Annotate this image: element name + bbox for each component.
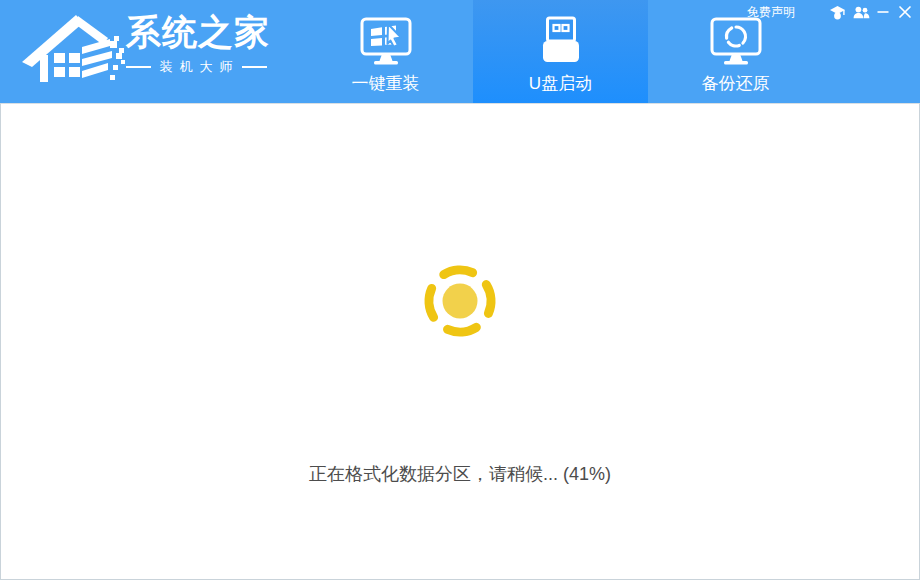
header-bar: 系统之家 装机大师 (0, 0, 920, 103)
brand-subtitle-label: 装机大师 (160, 58, 240, 76)
brand-block: 系统之家 装机大师 (126, 13, 266, 76)
main-content: 正在格式化数据分区，请稍候... (41%) (0, 103, 920, 580)
subtitle-left-dash (126, 66, 151, 68)
loading-spinner-icon (418, 259, 502, 343)
usb-flash-drive-icon (535, 13, 587, 70)
graduation-cap-icon[interactable] (829, 5, 846, 20)
tab-usb-boot-label: U盘启动 (529, 72, 592, 95)
subtitle-right-dash (242, 66, 267, 68)
window-controls: 免费声明 (747, 0, 920, 24)
pixel-house-icon (20, 3, 128, 87)
free-disclaimer-link[interactable]: 免费声明 (747, 4, 795, 21)
close-icon[interactable] (898, 5, 912, 19)
app-window: 系统之家 装机大师 (0, 0, 920, 580)
brand-name: 系统之家 (126, 13, 266, 51)
progress-status-text: 正在格式化数据分区，请稍候... (41%) (1, 463, 919, 485)
main-tabs: 一键重装 U盘启动 (298, 0, 823, 103)
tab-backup-restore-label: 备份还原 (702, 72, 770, 95)
brand-logo (20, 3, 128, 87)
tab-onekey-reinstall[interactable]: 一键重装 (298, 0, 473, 103)
users-icon[interactable] (853, 6, 870, 19)
monitor-windows-cursor-icon (357, 13, 415, 70)
brand-subtitle: 装机大师 (126, 58, 266, 76)
minimize-icon[interactable] (877, 5, 889, 19)
tab-usb-boot[interactable]: U盘启动 (473, 0, 648, 103)
tab-onekey-reinstall-label: 一键重装 (352, 72, 420, 95)
